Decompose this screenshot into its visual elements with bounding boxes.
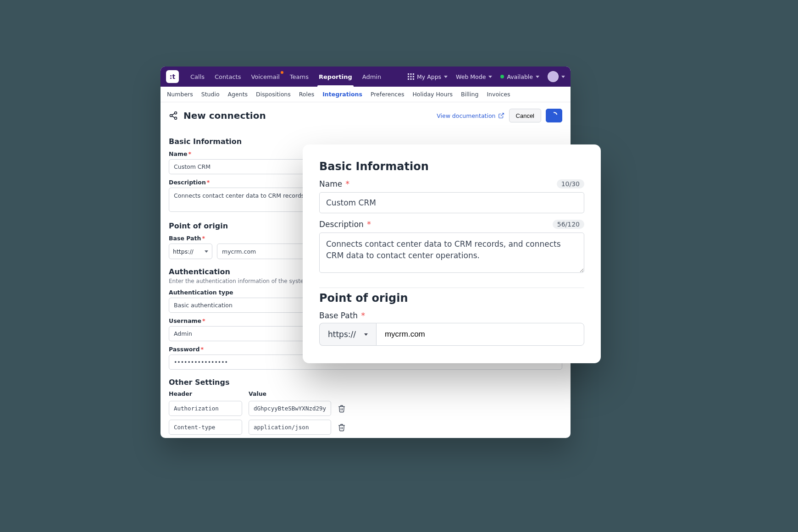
external-link-icon (498, 112, 504, 119)
trash-icon[interactable] (338, 405, 346, 413)
svg-point-9 (175, 112, 177, 114)
subnav-agents[interactable]: Agents (228, 91, 248, 98)
card-basepath-label: Base Path * (319, 311, 584, 320)
share-icon (169, 111, 178, 120)
save-button[interactable] (546, 109, 562, 122)
card-protocol-select[interactable]: https:// (319, 323, 376, 346)
nav-calls[interactable]: Calls (185, 66, 210, 87)
card-description-input[interactable]: Connects contact center data to CRM reco… (319, 233, 584, 273)
column-header-header: Header (169, 390, 242, 397)
protocol-value: https:// (173, 248, 194, 255)
required-icon: * (202, 317, 205, 324)
chevron-down-icon (364, 333, 368, 336)
required-icon: * (202, 235, 205, 242)
web-mode-menu[interactable]: Web Mode (456, 73, 492, 80)
subnav-holiday-hours[interactable]: Holiday Hours (412, 91, 453, 98)
doc-link-label: View documentation (437, 112, 495, 119)
nav-label: Contacts (215, 73, 241, 80)
card-description-label: Description * (319, 220, 371, 229)
description-char-count: 56/120 (553, 220, 584, 229)
column-header-value: Value (249, 390, 331, 397)
subnav-billing[interactable]: Billing (461, 91, 478, 98)
header-name-input[interactable] (169, 401, 242, 416)
header-name-input[interactable] (169, 420, 242, 435)
svg-point-11 (175, 117, 177, 119)
name-char-count: 10/30 (557, 179, 584, 188)
my-apps-label: My Apps (417, 73, 441, 80)
notification-dot-icon (281, 71, 283, 74)
svg-rect-1 (410, 73, 411, 75)
subnav-dispositions[interactable]: Dispositions (256, 91, 291, 98)
required-icon: * (361, 311, 366, 320)
subnav-numbers[interactable]: Numbers (167, 91, 193, 98)
card-section-basic: Basic Information (319, 160, 584, 173)
secondary-nav: Numbers Studio Agents Dispositions Roles… (161, 87, 571, 102)
chevron-down-icon (561, 76, 565, 78)
nav-contacts[interactable]: Contacts (210, 66, 246, 87)
subnav-preferences[interactable]: Preferences (371, 91, 405, 98)
nav-voicemail[interactable]: Voicemail (246, 66, 284, 87)
nav-admin[interactable]: Admin (357, 66, 386, 87)
required-icon: * (200, 346, 204, 353)
nav-label: Reporting (319, 73, 352, 80)
card-section-origin: Point of origin (319, 292, 584, 305)
nav-label: Teams (290, 73, 309, 80)
card-name-input[interactable] (319, 192, 584, 213)
cancel-button[interactable]: Cancel (509, 109, 541, 122)
svg-rect-2 (413, 73, 414, 75)
svg-rect-0 (408, 73, 409, 75)
top-navbar: :t Calls Contacts Voicemail Teams Report… (161, 66, 571, 87)
subnav-roles[interactable]: Roles (299, 91, 314, 98)
card-name-label: Name * (319, 179, 349, 188)
user-menu[interactable] (548, 71, 565, 82)
web-mode-label: Web Mode (456, 73, 486, 80)
svg-rect-3 (408, 76, 409, 77)
page-title: New connection (183, 110, 431, 121)
status-label: Available (507, 73, 533, 80)
my-apps-menu[interactable]: My Apps (408, 73, 448, 80)
view-documentation-link[interactable]: View documentation (437, 112, 504, 119)
page-actions: View documentation Cancel (437, 109, 562, 122)
required-icon: * (367, 220, 371, 229)
svg-line-14 (500, 113, 503, 116)
chevron-down-icon (536, 76, 539, 78)
detail-card: Basic Information Name * 10/30 Descripti… (303, 144, 601, 363)
svg-rect-6 (408, 78, 409, 80)
topbar-right: My Apps Web Mode Available (408, 71, 565, 82)
svg-rect-5 (413, 76, 414, 77)
card-base-url-input[interactable] (376, 323, 584, 346)
nav-label: Voicemail (251, 73, 279, 80)
required-icon: * (188, 150, 191, 157)
section-other-title: Other Settings (169, 378, 562, 387)
avatar (548, 71, 559, 82)
required-icon: * (346, 179, 350, 188)
nav-label: Admin (362, 73, 381, 80)
status-dot-icon (500, 75, 504, 78)
header-value-input[interactable] (249, 401, 331, 416)
protocol-select[interactable]: https:// (169, 244, 212, 259)
trash-icon[interactable] (338, 423, 346, 432)
header-row (169, 420, 562, 435)
svg-rect-7 (410, 78, 411, 80)
spinner-icon (550, 111, 558, 120)
chevron-down-icon (488, 76, 492, 78)
subnav-integrations[interactable]: Integrations (322, 91, 362, 98)
svg-point-10 (170, 115, 172, 117)
nav-reporting[interactable]: Reporting (314, 66, 357, 87)
apps-grid-icon (408, 73, 414, 80)
svg-line-13 (172, 116, 175, 117)
header-value-input[interactable] (249, 420, 331, 435)
page-header: New connection View documentation Cancel (161, 102, 571, 126)
subnav-invoices[interactable]: Invoices (487, 91, 510, 98)
presence-menu[interactable]: Available (500, 73, 539, 80)
divider (319, 288, 584, 288)
nav-label: Calls (190, 73, 205, 80)
svg-line-12 (172, 113, 175, 115)
subnav-studio[interactable]: Studio (201, 91, 220, 98)
chevron-down-icon (444, 76, 448, 78)
svg-rect-8 (413, 78, 414, 80)
protocol-value: https:// (328, 330, 356, 339)
primary-nav: Calls Contacts Voicemail Teams Reporting… (185, 66, 386, 87)
nav-teams[interactable]: Teams (285, 66, 314, 87)
app-logo[interactable]: :t (166, 70, 179, 83)
